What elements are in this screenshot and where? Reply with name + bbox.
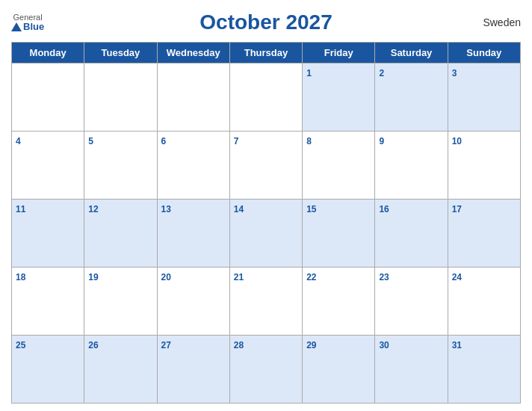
weekday-header: Monday bbox=[12, 43, 84, 64]
day-number: 25 bbox=[16, 340, 25, 350]
day-number: 27 bbox=[161, 340, 171, 350]
calendar-day-cell: 17 bbox=[448, 200, 520, 268]
calendar-day-cell: 11 bbox=[12, 200, 84, 268]
weekday-header: Saturday bbox=[375, 43, 448, 64]
calendar-day-cell: 7 bbox=[229, 132, 302, 200]
calendar-day-cell: 24 bbox=[448, 268, 520, 336]
day-number: 9 bbox=[379, 136, 384, 146]
day-number: 16 bbox=[379, 204, 389, 214]
day-number: 11 bbox=[16, 204, 25, 214]
calendar-day-cell: 9 bbox=[375, 132, 448, 200]
calendar-day-cell: 6 bbox=[157, 132, 229, 200]
day-number: 30 bbox=[379, 340, 389, 350]
day-number: 10 bbox=[452, 136, 462, 146]
weekday-header: Sunday bbox=[448, 43, 520, 64]
day-number: 1 bbox=[306, 68, 312, 78]
calendar-day-cell: 1 bbox=[303, 64, 375, 132]
day-number: 12 bbox=[88, 204, 98, 214]
calendar-table: MondayTuesdayWednesdayThursdayFridaySatu… bbox=[11, 42, 521, 404]
day-number: 17 bbox=[452, 204, 462, 214]
logo: General Blue bbox=[11, 13, 44, 32]
calendar-day-cell: 13 bbox=[157, 200, 229, 268]
weekday-header: Wednesday bbox=[157, 43, 229, 64]
day-number: 28 bbox=[234, 340, 244, 350]
day-number: 8 bbox=[306, 136, 312, 146]
calendar-day-cell: 31 bbox=[448, 336, 520, 404]
country-label: Sweden bbox=[483, 16, 521, 28]
calendar-day-cell: 4 bbox=[12, 132, 84, 200]
calendar-day-cell bbox=[157, 64, 229, 132]
calendar-day-cell: 29 bbox=[303, 336, 375, 404]
weekday-header: Friday bbox=[303, 43, 375, 64]
calendar-day-cell: 30 bbox=[375, 336, 448, 404]
weekday-header: Tuesday bbox=[84, 43, 157, 64]
calendar-week-row: 18192021222324 bbox=[12, 268, 521, 336]
day-number: 13 bbox=[161, 204, 171, 214]
day-number: 18 bbox=[16, 272, 25, 282]
calendar-day-cell bbox=[12, 64, 84, 132]
calendar-day-cell: 22 bbox=[303, 268, 375, 336]
day-number: 21 bbox=[234, 272, 244, 282]
day-number: 4 bbox=[16, 136, 21, 146]
day-number: 5 bbox=[88, 136, 93, 146]
day-number: 29 bbox=[306, 340, 316, 350]
calendar-day-cell bbox=[84, 64, 157, 132]
logo-blue-text: Blue bbox=[11, 22, 44, 32]
calendar-day-cell: 19 bbox=[84, 268, 157, 336]
calendar-day-cell: 20 bbox=[157, 268, 229, 336]
day-number: 24 bbox=[452, 272, 462, 282]
day-number: 6 bbox=[161, 136, 167, 146]
calendar-week-row: 123 bbox=[12, 64, 521, 132]
logo-triangle-icon bbox=[11, 22, 22, 31]
day-number: 20 bbox=[161, 272, 171, 282]
day-number: 19 bbox=[88, 272, 98, 282]
calendar-header: General Blue October 2027 Sweden bbox=[11, 7, 521, 37]
day-number: 3 bbox=[452, 68, 457, 78]
calendar-day-cell: 3 bbox=[448, 64, 520, 132]
calendar-day-cell: 5 bbox=[84, 132, 157, 200]
calendar-day-cell bbox=[229, 64, 302, 132]
calendar-day-cell: 27 bbox=[157, 336, 229, 404]
day-number: 15 bbox=[306, 204, 316, 214]
calendar-day-cell: 12 bbox=[84, 200, 157, 268]
calendar-day-cell: 25 bbox=[12, 336, 84, 404]
day-number: 14 bbox=[234, 204, 244, 214]
calendar-day-cell: 16 bbox=[375, 200, 448, 268]
calendar-day-cell: 28 bbox=[229, 336, 302, 404]
day-number: 22 bbox=[306, 272, 316, 282]
calendar-day-cell: 10 bbox=[448, 132, 520, 200]
calendar-day-cell: 14 bbox=[229, 200, 302, 268]
weekday-header-row: MondayTuesdayWednesdayThursdayFridaySatu… bbox=[12, 43, 521, 64]
calendar-day-cell: 15 bbox=[303, 200, 375, 268]
page-title: October 2027 bbox=[200, 10, 332, 34]
calendar-day-cell: 18 bbox=[12, 268, 84, 336]
calendar-week-row: 45678910 bbox=[12, 132, 521, 200]
calendar-day-cell: 23 bbox=[375, 268, 448, 336]
calendar-day-cell: 26 bbox=[84, 336, 157, 404]
day-number: 7 bbox=[234, 136, 239, 146]
calendar-day-cell: 8 bbox=[303, 132, 375, 200]
day-number: 2 bbox=[379, 68, 384, 78]
day-number: 31 bbox=[452, 340, 462, 350]
calendar-week-row: 11121314151617 bbox=[12, 200, 521, 268]
weekday-header: Thursday bbox=[229, 43, 302, 64]
day-number: 23 bbox=[379, 272, 389, 282]
calendar-day-cell: 2 bbox=[375, 64, 448, 132]
calendar-day-cell: 21 bbox=[229, 268, 302, 336]
day-number: 26 bbox=[88, 340, 98, 350]
calendar-week-row: 25262728293031 bbox=[12, 336, 521, 404]
